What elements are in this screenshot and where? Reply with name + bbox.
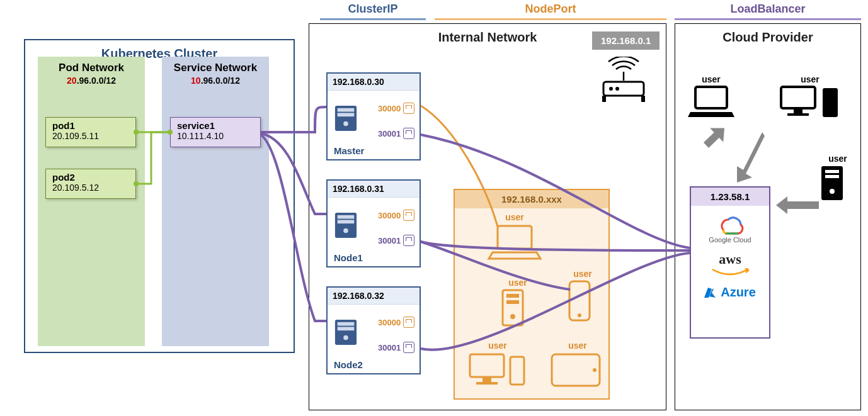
- svg-point-19: [578, 313, 581, 317]
- service-network-column: Service Network 10.96.0.0/12: [162, 57, 269, 346]
- svg-point-29: [593, 368, 597, 372]
- svg-rect-31: [781, 87, 815, 108]
- node-node1-ip: 192.168.0.31: [328, 181, 420, 198]
- np-user-label-4: user: [466, 340, 529, 351]
- loadbalancer-chip: 1.23.58.1 Google Cloud aws Azure: [690, 186, 770, 339]
- node-node2-ip: 192.168.0.32: [328, 288, 420, 305]
- svg-rect-26: [476, 382, 498, 385]
- header-nodeport: NodePort: [435, 0, 666, 20]
- np-user-label-3: user: [499, 278, 537, 288]
- loadbalancer-ip: 1.23.58.1: [691, 188, 769, 206]
- node-master-name: Master: [334, 145, 364, 156]
- server-icon: [334, 211, 358, 239]
- tower-icon: [819, 164, 845, 203]
- svg-rect-28: [552, 354, 600, 386]
- svg-point-7: [343, 228, 348, 233]
- desktop-icon: [779, 84, 842, 120]
- service-network-title: Service Network: [162, 62, 269, 74]
- node-node2-port-30001: 30001: [378, 341, 416, 354]
- svg-rect-1: [338, 108, 355, 112]
- pod-network-title: Pod Network: [38, 62, 145, 74]
- np-user-label-5: user: [549, 340, 606, 351]
- cloud-title: Cloud Provider: [675, 30, 860, 45]
- nodeport-subnet: 192.168.0.xxx: [455, 190, 608, 208]
- router-icon: [598, 57, 649, 107]
- svg-rect-32: [794, 108, 802, 113]
- node-node1: 192.168.0.31 Node1 30000 30001: [326, 179, 421, 267]
- svg-rect-21: [506, 294, 519, 298]
- svg-rect-37: [825, 175, 839, 178]
- svg-rect-24: [470, 354, 504, 377]
- node-master-ip: 192.168.0.30: [328, 74, 420, 91]
- svg-rect-9: [338, 322, 355, 326]
- node-master: 192.168.0.30 Master 30000 30001: [326, 72, 421, 160]
- desktop-icon: [466, 351, 529, 388]
- laptop-icon: [688, 84, 734, 120]
- svg-rect-10: [338, 327, 355, 330]
- phone-icon: [567, 279, 592, 324]
- google-cloud-logo: Google Cloud: [709, 213, 751, 244]
- svg-rect-6: [338, 220, 355, 223]
- svg-rect-34: [823, 88, 838, 117]
- router-ip: 192.168.0.1: [592, 31, 660, 50]
- svg-point-14: [615, 87, 619, 91]
- svg-rect-27: [510, 357, 524, 385]
- node-node2: 192.168.0.32 Node2 30000 30001: [326, 286, 421, 374]
- cloud-user-1: user: [688, 74, 734, 122]
- svg-rect-16: [641, 96, 645, 102]
- node-node1-port-30001: 30001: [378, 234, 416, 247]
- svg-point-3: [343, 121, 348, 126]
- svg-rect-36: [825, 170, 839, 173]
- header-loadbalancer: LoadBalancer: [675, 0, 861, 20]
- tablet-icon: [549, 351, 602, 388]
- cloud-user-3: user: [819, 154, 857, 205]
- pod1-chip: pod1 20.109.5.11: [45, 117, 136, 147]
- svg-point-11: [343, 335, 348, 340]
- node-node2-port-30000: 30000: [378, 316, 416, 329]
- svg-rect-25: [483, 377, 491, 382]
- tower-icon: [499, 288, 527, 328]
- node-master-port-30000: 30000: [378, 102, 416, 115]
- pod-cidr: 20.96.0.0/12: [38, 76, 145, 86]
- server-icon: [334, 104, 358, 132]
- svg-rect-30: [695, 87, 727, 108]
- cloud-user-2: user: [779, 74, 842, 122]
- svg-point-13: [609, 87, 613, 91]
- aws-logo: aws: [711, 251, 749, 278]
- header-clusterip: ClusterIP: [320, 0, 426, 20]
- node-node2-name: Node2: [334, 359, 363, 370]
- service-cidr: 10.96.0.0/12: [162, 76, 269, 86]
- node-node1-port-30000: 30000: [378, 209, 416, 222]
- azure-logo: Azure: [704, 285, 756, 300]
- svg-rect-17: [498, 226, 532, 249]
- service1-chip: service1 10.111.4.10: [170, 117, 261, 147]
- svg-point-38: [830, 189, 835, 194]
- svg-point-23: [510, 314, 515, 319]
- pod2-chip: pod2 20.109.5.12: [45, 169, 136, 199]
- svg-rect-15: [602, 96, 606, 102]
- nodeport-users-zone: 192.168.0.xxx user user user user user: [454, 189, 610, 400]
- node-node1-name: Node1: [334, 252, 363, 263]
- pod-network-column: Pod Network 20.96.0.0/12: [38, 57, 145, 346]
- svg-rect-22: [506, 300, 519, 304]
- node-master-port-30001: 30001: [378, 127, 416, 140]
- server-icon: [334, 318, 358, 346]
- np-user-label-2: user: [567, 269, 598, 279]
- svg-rect-33: [787, 113, 809, 116]
- svg-rect-5: [338, 215, 355, 219]
- laptop-icon: [486, 222, 543, 262]
- svg-rect-2: [338, 113, 355, 116]
- np-user-label-1: user: [486, 212, 543, 222]
